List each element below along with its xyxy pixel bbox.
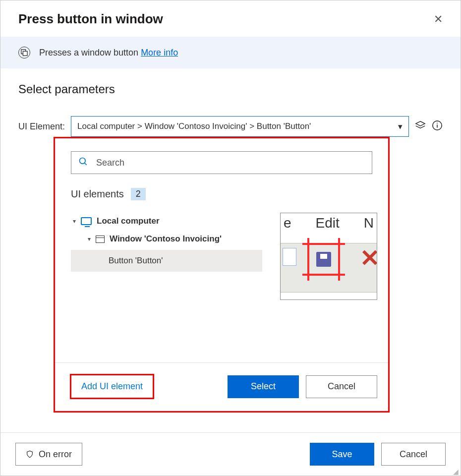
info-icon[interactable] <box>432 120 443 133</box>
search-input[interactable] <box>95 157 365 169</box>
element-thumbnail: e Edit N ✕ <box>280 213 377 300</box>
svg-point-5 <box>437 122 438 123</box>
tree-label: Button 'Button' <box>109 256 163 266</box>
ui-element-value: Local computer > Window 'Contoso Invoici… <box>77 121 311 131</box>
info-bar: Presses a window button More info <box>0 37 461 68</box>
svg-line-7 <box>85 163 87 165</box>
thumb-text-right: N <box>364 215 374 231</box>
elements-section-header: UI elements 2 <box>71 188 372 200</box>
elements-section-title: UI elements <box>71 188 124 200</box>
layers-icon[interactable] <box>415 120 426 133</box>
thumb-text-left: e <box>284 215 291 231</box>
cancel-button[interactable]: Cancel <box>381 443 446 466</box>
dialog: Press button in window ✕ Presses a windo… <box>0 0 461 476</box>
add-ui-element-button[interactable]: Add UI element <box>70 374 154 399</box>
ui-element-select[interactable]: Local computer > Window 'Contoso Invoici… <box>71 116 409 137</box>
elements-count-badge: 2 <box>131 188 146 200</box>
parameters-section: Select parameters <box>0 68 461 96</box>
select-button[interactable]: Select <box>228 375 299 398</box>
more-info-link[interactable]: More info <box>141 48 178 58</box>
dialog-title: Press button in window <box>18 11 163 27</box>
ui-element-field: UI Element: Local computer > Window 'Con… <box>0 116 461 137</box>
svg-rect-1 <box>23 51 27 56</box>
action-icon <box>18 47 30 59</box>
chevron-down-icon: ▾ <box>398 121 403 132</box>
monitor-icon <box>81 217 92 225</box>
save-disk-icon <box>316 252 331 267</box>
shield-icon <box>26 449 34 459</box>
info-text-row: Presses a window button More info <box>39 48 178 58</box>
info-description: Presses a window button <box>39 48 138 58</box>
on-error-label: On error <box>39 449 72 460</box>
delete-x-icon: ✕ <box>360 244 377 272</box>
picker-footer: Add UI element Select Cancel <box>55 363 388 411</box>
target-highlight-icon <box>302 238 345 281</box>
svg-marker-2 <box>416 121 425 125</box>
dialog-header: Press button in window ✕ <box>0 0 461 37</box>
chevron-down-icon: ▾ <box>88 236 91 242</box>
tree-node-button[interactable]: Button 'Button' <box>71 250 262 272</box>
close-icon[interactable]: ✕ <box>434 14 443 25</box>
search-box[interactable] <box>71 151 372 174</box>
picker-cancel-button[interactable]: Cancel <box>306 375 377 398</box>
svg-point-6 <box>80 158 86 164</box>
tree-label: Window 'Contoso Invoicing' <box>110 234 222 244</box>
window-icon <box>96 236 105 243</box>
save-button[interactable]: Save <box>310 443 374 466</box>
tree-label: Local computer <box>97 216 160 226</box>
thumb-text-center: Edit <box>316 215 340 231</box>
parameters-heading: Select parameters <box>18 82 443 96</box>
ui-element-picker: UI elements 2 ▾ Local computer ▾ Window … <box>55 138 388 411</box>
document-icon <box>283 248 296 266</box>
resize-grip-icon[interactable]: ◢ <box>453 470 459 474</box>
chevron-down-icon: ▾ <box>73 218 76 225</box>
search-icon <box>78 157 88 169</box>
on-error-button[interactable]: On error <box>15 443 82 466</box>
dialog-footer: On error Save Cancel <box>0 432 461 476</box>
ui-element-label: UI Element: <box>18 121 65 132</box>
